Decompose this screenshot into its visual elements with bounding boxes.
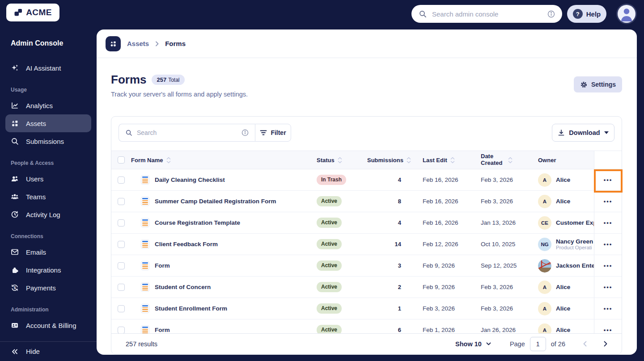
form-name-link[interactable]: Course Registration Template: [155, 219, 240, 226]
form-icon: [141, 261, 149, 270]
page-number-input[interactable]: [530, 337, 546, 351]
help-button[interactable]: ? Help: [567, 5, 606, 23]
date-created: Sep 12, 2025: [468, 262, 525, 269]
form-name-link[interactable]: Student Enrollment Form: [155, 305, 227, 312]
filter-button[interactable]: Filter: [255, 124, 291, 142]
row-actions-button[interactable]: •••: [604, 241, 613, 248]
row-checkbox[interactable]: [118, 305, 125, 312]
sidebar-item-payments[interactable]: $ Payments: [5, 279, 91, 297]
status-badge: Active: [317, 239, 342, 249]
owner-name: Alice: [556, 327, 570, 333]
status-badge: Active: [317, 260, 342, 271]
column-header-last-edit[interactable]: Last Edit: [410, 157, 468, 164]
owner-name: Alice: [556, 305, 570, 312]
row-checkbox[interactable]: [118, 284, 125, 291]
download-button[interactable]: Download: [552, 124, 614, 142]
sort-icon[interactable]: [166, 157, 171, 164]
column-header-submissions[interactable]: Submissions: [366, 157, 410, 164]
breadcrumb-assets-link[interactable]: Assets: [127, 40, 149, 47]
search-icon: [11, 137, 19, 145]
date-created: Jan 13, 2026: [468, 219, 525, 226]
page-title: Forms: [111, 73, 146, 87]
dollar-cycle-icon: $: [11, 284, 19, 292]
row-actions-button[interactable]: •••: [604, 219, 613, 226]
sidebar-item-analytics[interactable]: Analytics: [5, 97, 91, 114]
sidebar-item-activity-log[interactable]: Activity Log: [5, 206, 91, 223]
owner-avatar: A: [538, 195, 551, 208]
submissions-count: 14: [366, 241, 410, 248]
row-actions-button[interactable]: •••: [604, 198, 613, 205]
form-name-link[interactable]: Client Feedback Form: [155, 241, 218, 248]
row-checkbox[interactable]: [118, 327, 125, 334]
table-row[interactable]: Student of Concern Active 2 Feb 9, 2026 …: [111, 277, 622, 298]
table-row[interactable]: Client Feedback Form Active 14 Feb 12, 2…: [111, 234, 622, 255]
table-row[interactable]: Student Enrollment Form Active 1 Feb 3, …: [111, 298, 622, 319]
gear-icon: [580, 81, 588, 88]
sidebar-title: Admin Console: [5, 39, 91, 47]
row-actions-button[interactable]: •••: [604, 327, 613, 333]
admin-search-input[interactable]: [432, 10, 542, 18]
date-created: Feb 3, 2026: [468, 284, 525, 290]
last-edit-date: Feb 9, 2026: [410, 262, 468, 269]
sidebar: Admin Console AI Assistant Usage Analyti…: [0, 39, 97, 334]
sort-icon[interactable]: [508, 157, 513, 164]
form-name-link[interactable]: Form: [155, 262, 170, 269]
settings-button[interactable]: Settings: [574, 76, 622, 92]
row-actions-button[interactable]: •••: [604, 284, 613, 290]
table-row[interactable]: Summer Camp Detailed Registration Form A…: [111, 191, 622, 212]
owner-avatar: A: [538, 173, 551, 187]
row-checkbox[interactable]: [118, 241, 125, 248]
sidebar-item-submissions[interactable]: Submissions: [5, 132, 91, 150]
table-search-input[interactable]: [137, 129, 237, 136]
form-name-link[interactable]: Student of Concern: [155, 284, 211, 290]
table-row[interactable]: Daily Cleaning Checklist In Trash 4 Feb …: [111, 169, 622, 191]
sparkles-icon: [11, 64, 19, 72]
owner-name: Customer Exp: [556, 219, 594, 226]
sidebar-item-label: Teams: [26, 193, 46, 201]
table-row[interactable]: Form Active 3 Feb 9, 2026 Sep 12, 2025 J…: [111, 255, 622, 277]
sidebar-item-emails[interactable]: Emails: [5, 243, 91, 261]
next-page-button[interactable]: [601, 338, 610, 349]
row-checkbox[interactable]: [118, 262, 125, 269]
sidebar-item-account-billing[interactable]: Account & Billing: [5, 316, 91, 334]
sidebar-item-users[interactable]: Users: [5, 170, 91, 188]
sidebar-item-assets[interactable]: Assets: [5, 114, 91, 132]
form-name-link[interactable]: Daily Cleaning Checklist: [155, 176, 225, 183]
submissions-count: 1: [366, 305, 410, 312]
form-icon: [141, 197, 149, 206]
last-edit-date: Feb 1, 2026: [410, 327, 468, 333]
row-checkbox[interactable]: [118, 219, 125, 227]
previous-page-button[interactable]: [580, 338, 589, 349]
sort-icon[interactable]: [338, 157, 342, 164]
sidebar-hide-button[interactable]: Hide: [0, 341, 97, 361]
row-actions-button[interactable]: •••: [604, 176, 613, 183]
sidebar-item-teams[interactable]: Teams: [5, 188, 91, 206]
show-per-page-select[interactable]: Show 10: [455, 340, 491, 348]
column-header-status[interactable]: Status: [317, 157, 366, 164]
select-all-checkbox[interactable]: [118, 156, 125, 164]
sort-icon[interactable]: [450, 157, 455, 164]
row-actions-button[interactable]: •••: [604, 305, 613, 312]
sidebar-section-connections: Connections: [11, 233, 86, 239]
table-row[interactable]: Course Registration Template Active 4 Fe…: [111, 212, 622, 234]
row-checkbox[interactable]: [118, 176, 125, 184]
sidebar-item-ai-assistant[interactable]: AI Assistant: [5, 59, 91, 77]
table-search-bar[interactable]: [119, 124, 255, 142]
last-edit-date: Feb 16, 2026: [410, 198, 468, 205]
sidebar-item-label: Analytics: [26, 102, 53, 109]
user-avatar[interactable]: [618, 5, 636, 23]
search-icon: [125, 129, 132, 136]
form-name-link[interactable]: Summer Camp Detailed Registration Form: [155, 198, 276, 205]
column-header-date-created[interactable]: Date Created: [468, 153, 525, 167]
admin-search-bar[interactable]: [411, 5, 562, 23]
row-actions-button[interactable]: •••: [604, 262, 613, 269]
acme-logo[interactable]: ACME: [6, 4, 59, 21]
row-checkbox[interactable]: [118, 198, 125, 205]
sidebar-item-integrations[interactable]: Integrations: [5, 261, 91, 279]
search-icon: [419, 10, 427, 18]
chevron-down-icon: [486, 342, 491, 345]
form-name-link[interactable]: Form: [155, 327, 170, 333]
column-header-form-name[interactable]: Form Name: [131, 157, 317, 164]
owner-name: Alice: [556, 176, 570, 183]
svg-text:$: $: [14, 285, 16, 290]
